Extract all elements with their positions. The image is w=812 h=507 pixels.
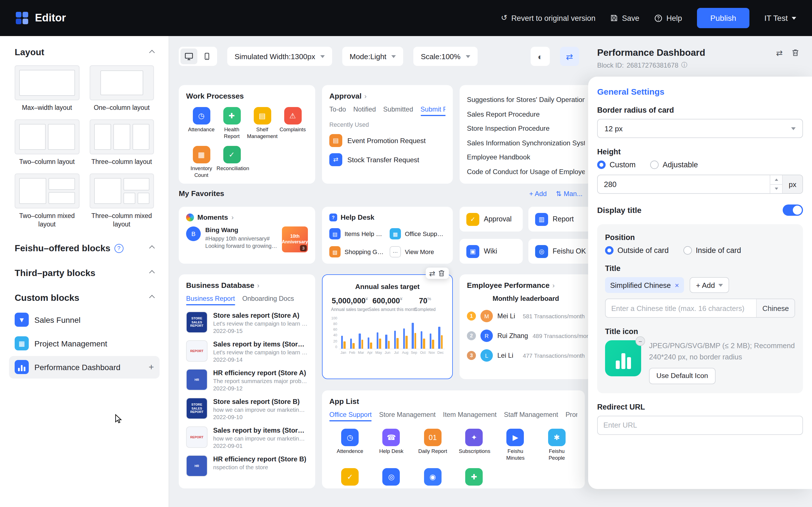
revert-button[interactable]: ↺ Revert to original version (501, 14, 596, 22)
report-item[interactable]: REPORTSales report by items (Store B)how… (186, 427, 308, 449)
redirect-url-input[interactable] (598, 416, 802, 434)
work-process-complaints[interactable]: ⚠Complaints (277, 107, 308, 140)
title-icon-preview[interactable]: − (605, 340, 641, 376)
helpdesk-link-items-help-desk[interactable]: ▤Items Help Desk (329, 228, 385, 239)
report-item[interactable]: REPORTSales report by items (Store A)Let… (186, 340, 308, 363)
report-item[interactable]: HRHR efficiency report (Store B)nspectio… (186, 455, 308, 476)
display-title-toggle[interactable] (783, 205, 803, 216)
app-feishu-survey[interactable]: ◉Feishu Survey (412, 468, 453, 489)
layout-option-two-column-layout[interactable]: Two–column layout (15, 119, 79, 166)
custom-block-project-management[interactable]: ▦Project Management (9, 332, 160, 355)
report-item[interactable]: HRHR efficiency report (Store A)The repo… (186, 369, 308, 392)
help-button[interactable]: Help (654, 14, 682, 22)
announcement-link[interactable]: Store Inspection Procedure (467, 122, 585, 136)
approval-item[interactable]: ⇄Stock Transfer Request (329, 153, 446, 166)
report-item[interactable]: STORE SALES REPORTStore sales report (St… (186, 398, 308, 420)
work-process-inventory-count[interactable]: ▦Inventory Count (186, 146, 216, 179)
approval-item[interactable]: ▤Event Promotion Request (329, 134, 446, 147)
applist-tab-store-management[interactable]: Store Management (379, 411, 436, 421)
app-feishu-people[interactable]: ✱Feishu People (536, 429, 577, 461)
app-feishu-minutes[interactable]: ▶Feishu Minutes (495, 429, 536, 461)
performance-dashboard-block[interactable]: ⇄ Annual sales target 5,000,000¥Annual s… (322, 274, 453, 379)
moments-thumbnail[interactable]: 10th Anniversary 3 (282, 226, 308, 252)
layout-option-three-column-mixed-layout[interactable]: Three–column mixed layout (89, 173, 154, 229)
approval-tab-to-do[interactable]: To-do (329, 105, 346, 116)
account-menu[interactable]: IT Test (764, 13, 796, 22)
custom-block-performance-dashboard[interactable]: Performance Dashboard+ (9, 356, 160, 379)
use-default-icon-button[interactable]: Use Default Icon (649, 368, 715, 384)
layout-option-three-column-layout[interactable]: Three–column layout (89, 119, 154, 166)
app-daily-report[interactable]: 01Daily Report (412, 429, 453, 461)
border-radius-select[interactable]: 12 px (597, 119, 803, 138)
app-help-desk[interactable]: ☎Help Desk (371, 429, 412, 461)
position-inside-radio[interactable]: Inside of card (683, 246, 741, 255)
add-block-icon[interactable]: + (149, 362, 154, 372)
favorite-feishu-ok[interactable]: ◎Feishu OK (528, 239, 588, 264)
favorite-approval[interactable]: ✓Approval (460, 207, 523, 231)
third-party-blocks-header[interactable]: Third–party blocks (15, 268, 154, 278)
applist-tab-staff-management[interactable]: Staff Management (504, 411, 558, 421)
work-process-health-report[interactable]: ✚Health Report (216, 107, 247, 140)
save-button[interactable]: Save (610, 14, 640, 22)
favorite-report[interactable]: ▥Report (528, 207, 588, 231)
height-custom-radio[interactable]: Custom (597, 161, 636, 169)
announcement-link[interactable]: Suggestions for Stores' Daily Operations (467, 93, 585, 107)
announcement-link[interactable]: Sales Information Synchronization System (467, 136, 585, 151)
swap-block-icon[interactable]: ⇄ (776, 49, 783, 57)
announcement-link[interactable]: Code of Conduct for Usage of Employee Da… (467, 165, 585, 179)
mode-select[interactable]: Mode:Light (342, 47, 403, 66)
remove-chip-icon[interactable]: × (675, 281, 679, 289)
helpdesk-link-view-more[interactable]: ⋯View More (390, 246, 446, 258)
desktop-view-button[interactable] (181, 48, 197, 64)
report-item[interactable]: STORE SALES REPORTStore sales report (St… (186, 312, 308, 334)
position-outside-radio[interactable]: Outside of card (605, 246, 669, 255)
scale-select[interactable]: Scale:100% (413, 47, 477, 66)
favorites-add-button[interactable]: + Add (529, 189, 547, 198)
work-process-reconciliation[interactable]: ✓Reconciliation (216, 146, 247, 179)
tab-general-settings[interactable]: General Settings (597, 87, 803, 96)
applist-tab-office-support[interactable]: Office Support (329, 411, 371, 421)
helpdesk-link-shopping-guide[interactable]: ▧Shopping Guide ... (329, 246, 385, 258)
feishu-blocks-header[interactable]: Feishu–offered blocks ? (15, 243, 154, 253)
app-teampedia[interactable]: ◎Teampedia (371, 468, 412, 489)
announcement-link[interactable]: Sales Report Procedure (467, 107, 585, 122)
app-attendence[interactable]: ◷Attendence (329, 429, 371, 461)
publish-button[interactable]: Publish (697, 8, 750, 28)
bdb-tab-onboarding-docs[interactable]: Onboarding Docs (242, 295, 294, 305)
info-icon[interactable]: ⓘ (681, 61, 688, 69)
delete-block-icon[interactable] (438, 269, 446, 277)
height-input[interactable]: 280 (598, 175, 770, 193)
custom-blocks-header[interactable]: Custom blocks (15, 293, 154, 303)
arrange-button[interactable]: ⇄ (560, 47, 579, 66)
approval-tab-submitted[interactable]: Submitted (383, 105, 413, 116)
remove-icon-button[interactable]: − (636, 336, 645, 346)
help-circle-icon[interactable]: ? (114, 244, 123, 253)
layout-option-max-width-layout[interactable]: Max–width layout (15, 65, 79, 112)
helpdesk-link-office-support-h[interactable]: ▦Office Support H... (390, 228, 446, 239)
title-language-chip[interactable]: Simplified Chinese × (605, 277, 684, 293)
announcement-link[interactable]: Employee Handbook (467, 151, 585, 165)
height-stepper[interactable] (770, 175, 782, 193)
approval-tab-submit-r[interactable]: Submit R (420, 105, 446, 116)
layout-section-header[interactable]: Layout (15, 47, 154, 57)
delete-block-icon[interactable] (791, 48, 800, 57)
applist-tab-item-management[interactable]: Item Management (443, 411, 497, 421)
app-health-report[interactable]: ✚Health Report (453, 468, 495, 489)
layout-option-one-column-layout[interactable]: One–column layout (89, 65, 154, 112)
app-subscriptions[interactable]: ✦Subscriptions (453, 429, 495, 461)
chinese-title-input[interactable] (606, 299, 756, 317)
height-adjustable-radio[interactable]: Adjustable (650, 161, 698, 169)
favorite-wiki[interactable]: ▣Wiki (460, 239, 523, 264)
work-process-attendance[interactable]: ◷Attendance (186, 107, 216, 140)
work-process-shelf-management[interactable]: ▤Shelf Management (247, 107, 277, 140)
theme-button[interactable]: ◐ (530, 47, 550, 66)
add-language-button[interactable]: + Add (690, 277, 729, 293)
mobile-view-button[interactable] (199, 48, 215, 64)
custom-block-sales-funnel[interactable]: ▼Sales Funnel (9, 309, 160, 331)
bdb-tab-business-report[interactable]: Business Report (186, 295, 235, 305)
swap-block-icon[interactable]: ⇄ (429, 270, 435, 277)
app-approval[interactable]: ✓Approval (329, 468, 371, 489)
applist-tab-promotion-m[interactable]: Promotion M... (566, 411, 577, 421)
simulated-width-select[interactable]: Simulated Width:1300px (227, 47, 332, 66)
layout-option-two-column-mixed-layout[interactable]: Two–column mixed layout (15, 173, 79, 229)
